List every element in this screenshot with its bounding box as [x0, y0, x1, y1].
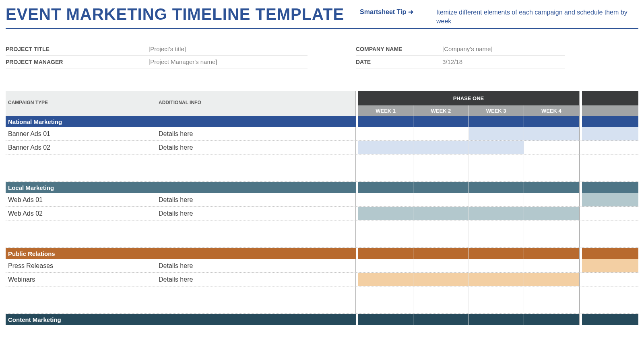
timeline-cell[interactable] [469, 220, 524, 234]
additional-info[interactable]: Details here [159, 141, 355, 154]
timeline-cell[interactable] [469, 259, 524, 272]
table-row[interactable]: WebinarsDetails here [6, 273, 638, 286]
band-week [524, 314, 580, 325]
timeline-cell[interactable] [358, 234, 413, 247]
timeline-cell[interactable] [413, 154, 469, 168]
band-week [469, 314, 524, 325]
timeline-cell[interactable] [469, 127, 524, 140]
timeline-cell[interactable] [524, 234, 580, 247]
empty-row[interactable] [6, 286, 638, 300]
additional-info[interactable]: Details here [159, 259, 355, 272]
timeline-cell[interactable] [358, 154, 413, 168]
campaign-name[interactable]: Web Ads 01 [6, 193, 159, 206]
value-project-title[interactable]: [Project's title] [149, 45, 186, 52]
timeline-cell[interactable] [524, 207, 580, 220]
project-meta: PROJECT TITLE [Project's title] PROJECT … [6, 43, 638, 68]
timeline-cell-tail[interactable] [582, 220, 638, 234]
additional-info[interactable]: Details here [159, 127, 355, 140]
timeline-cell[interactable] [413, 193, 469, 206]
timeline-cell-tail[interactable] [582, 193, 638, 206]
table-row[interactable]: Banner Ads 02Details here [6, 141, 638, 154]
timeline-cell[interactable] [524, 259, 580, 272]
timeline-cell[interactable] [358, 168, 413, 181]
timeline-cell[interactable] [413, 168, 469, 181]
timeline-cell-tail[interactable] [582, 300, 638, 313]
timeline-cell[interactable] [413, 234, 469, 247]
timeline-cell[interactable] [358, 141, 413, 154]
table-row[interactable]: Press ReleasesDetails here [6, 259, 638, 273]
timeline-cell[interactable] [524, 168, 580, 181]
table-row[interactable]: Web Ads 02Details here [6, 207, 638, 220]
timeline-cell[interactable] [469, 168, 524, 181]
empty-row[interactable] [6, 168, 638, 182]
timeline-cell[interactable] [524, 154, 580, 168]
value-project-manager[interactable]: [Project Manager's name] [149, 58, 217, 65]
timeline-cell[interactable] [524, 220, 580, 234]
timeline-cell-tail[interactable] [582, 234, 638, 247]
additional-info[interactable]: Details here [159, 207, 355, 220]
smartsheet-tip-link[interactable]: Smartsheet Tip ➜ [360, 8, 413, 15]
timeline-cell[interactable] [358, 207, 413, 220]
campaign-name[interactable]: Press Releases [6, 259, 159, 272]
timeline-cell-tail[interactable] [582, 127, 638, 140]
timeline-cell-tail[interactable] [582, 207, 638, 220]
timeline-cell[interactable] [469, 193, 524, 206]
timeline-cell[interactable] [358, 127, 413, 140]
empty-row[interactable] [6, 154, 638, 168]
campaign-name[interactable]: Banner Ads 02 [6, 141, 159, 154]
timeline-cell[interactable] [413, 220, 469, 234]
band-week [413, 314, 469, 325]
empty-row[interactable] [6, 234, 638, 248]
col-week-4: WEEK 4 [524, 105, 580, 116]
section-band: Public Relations [6, 248, 638, 259]
timeline-cell-tail[interactable] [582, 168, 638, 181]
timeline-cell[interactable] [358, 300, 413, 313]
timeline-cell[interactable] [469, 300, 524, 313]
additional-info[interactable]: Details here [159, 193, 355, 206]
additional-info[interactable]: Details here [159, 273, 355, 286]
timeline-cell[interactable] [524, 127, 580, 140]
section-band: Local Marketing [6, 182, 638, 193]
timeline-cell[interactable] [469, 207, 524, 220]
timeline-cell[interactable] [413, 273, 469, 286]
timeline-cell[interactable] [358, 193, 413, 206]
timeline-cell[interactable] [524, 193, 580, 206]
timeline-cell[interactable] [413, 207, 469, 220]
campaign-name[interactable]: Banner Ads 01 [6, 127, 159, 140]
timeline-cell[interactable] [413, 141, 469, 154]
timeline-cell[interactable] [358, 259, 413, 272]
timeline-cell-tail[interactable] [582, 259, 638, 272]
timeline-cell[interactable] [469, 234, 524, 247]
timeline-cell-tail[interactable] [582, 286, 638, 300]
timeline-cell[interactable] [413, 127, 469, 140]
timeline-cell[interactable] [524, 141, 580, 154]
timeline-cell[interactable] [358, 273, 413, 286]
campaign-name[interactable]: Webinars [6, 273, 159, 286]
timeline-cell[interactable] [524, 300, 580, 313]
timeline-sheet: CAMPAIGN TYPE ADDITIONAL INFO PHASE ONE … [6, 91, 638, 325]
campaign-name[interactable]: Web Ads 02 [6, 207, 159, 220]
timeline-cell[interactable] [524, 286, 580, 300]
timeline-cell[interactable] [469, 141, 524, 154]
table-row[interactable]: Web Ads 01Details here [6, 193, 638, 207]
tip-label: Smartsheet Tip [360, 8, 406, 15]
timeline-cell[interactable] [358, 286, 413, 300]
band-tail [582, 116, 638, 127]
empty-row[interactable] [6, 220, 638, 234]
value-date[interactable]: 3/12/18 [442, 58, 462, 65]
timeline-cell[interactable] [469, 273, 524, 286]
timeline-cell[interactable] [469, 154, 524, 168]
timeline-cell-tail[interactable] [582, 154, 638, 168]
empty-row[interactable] [6, 300, 638, 314]
header-row-phase: CAMPAIGN TYPE ADDITIONAL INFO PHASE ONE [6, 91, 638, 105]
timeline-cell-tail[interactable] [582, 273, 638, 286]
timeline-cell[interactable] [524, 273, 580, 286]
value-company-name[interactable]: [Company's name] [442, 45, 493, 52]
timeline-cell[interactable] [469, 286, 524, 300]
timeline-cell-tail[interactable] [582, 141, 638, 154]
timeline-cell[interactable] [358, 220, 413, 234]
timeline-cell[interactable] [413, 300, 469, 313]
timeline-cell[interactable] [413, 259, 469, 272]
table-row[interactable]: Banner Ads 01Details here [6, 127, 638, 141]
timeline-cell[interactable] [413, 286, 469, 300]
